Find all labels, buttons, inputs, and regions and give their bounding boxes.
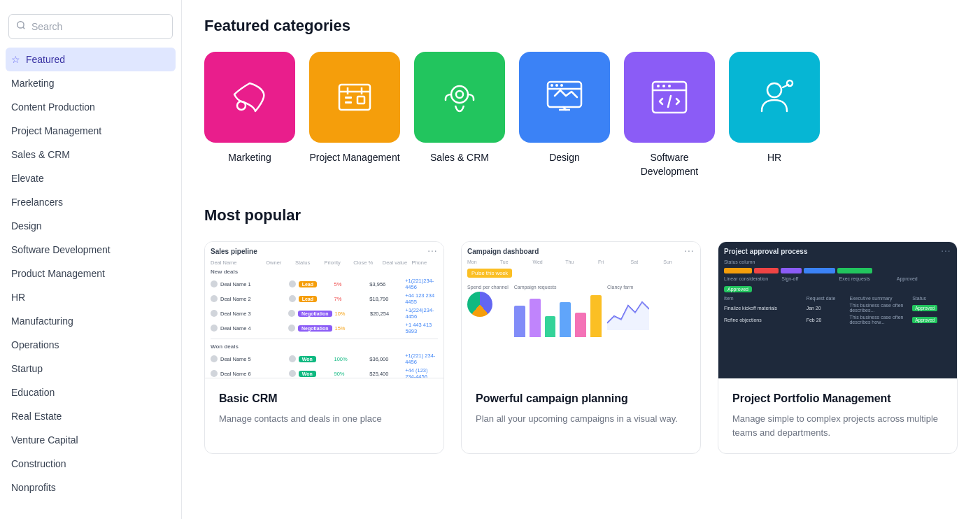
sidebar-item-label: Product Management: [11, 268, 105, 279]
category-icon-project-management: [309, 52, 400, 143]
card-title-crm: Basic CRM: [219, 392, 429, 405]
category-card-sales-crm[interactable]: Sales & CRM: [414, 52, 505, 178]
sidebar-item-label: Manufacturing: [11, 315, 73, 327]
svg-line-23: [668, 96, 671, 107]
sidebar-item-label: Design: [11, 220, 42, 232]
category-label-hr: HR: [767, 151, 781, 165]
svg-point-14: [551, 84, 553, 87]
category-label-marketing: Marketing: [228, 151, 271, 165]
svg-rect-6: [345, 101, 352, 104]
category-card-marketing[interactable]: Marketing: [204, 52, 295, 178]
svg-point-2: [237, 101, 246, 110]
card-body-campaign: Powerful campaign planning Plan all your…: [462, 378, 700, 440]
category-card-design[interactable]: Design: [519, 52, 610, 178]
sidebar-item-label: Nonprofits: [11, 482, 56, 493]
card-campaign[interactable]: Campaign dashboard ··· Mon Tue Wed Thu F…: [461, 241, 701, 454]
sidebar-item-label: Freelancers: [11, 197, 63, 208]
sidebar-item-design[interactable]: Design: [0, 214, 181, 238]
sidebar-item-education[interactable]: Education: [0, 381, 181, 404]
sidebar-item-content-production[interactable]: Content Production: [0, 95, 181, 119]
category-card-software-development[interactable]: Software Development: [624, 52, 715, 178]
category-label-design: Design: [549, 151, 580, 165]
sidebar-item-label: HR: [11, 292, 25, 303]
svg-line-1: [23, 27, 25, 29]
svg-point-16: [560, 84, 563, 87]
card-image-crm: Sales pipeline ··· Deal NameOwnerStatusP…: [205, 242, 443, 378]
card-desc-crm: Manage contacts and deals in one place: [219, 412, 429, 426]
sidebar: ☆FeaturedMarketingContent ProductionProj…: [0, 0, 182, 519]
sidebar-item-manufacturing[interactable]: Manufacturing: [0, 309, 181, 333]
sidebar-item-real-estate[interactable]: Real Estate: [0, 404, 181, 428]
card-body-crm: Basic CRM Manage contacts and deals in o…: [205, 378, 443, 440]
sidebar-item-project-management[interactable]: Project Management: [0, 119, 181, 143]
sidebar-item-nonprofits[interactable]: Nonprofits: [0, 476, 181, 499]
svg-point-0: [17, 22, 24, 28]
card-desc-campaign: Plan all your upcoming campaigns in a vi…: [476, 412, 686, 426]
sidebar-item-label: Education: [11, 387, 55, 398]
sidebar-item-label: Operations: [11, 339, 59, 350]
svg-point-11: [456, 91, 463, 98]
category-label-software-development: Software Development: [624, 151, 715, 178]
category-icon-design: [519, 52, 610, 143]
star-icon: ☆: [11, 54, 20, 65]
sidebar-item-label: Startup: [11, 363, 43, 374]
categories-grid: Marketing Project Management Sales & CRM…: [204, 52, 958, 178]
category-icon-software-development: [624, 52, 715, 143]
card-basic-crm[interactable]: Sales pipeline ··· Deal NameOwnerStatusP…: [204, 241, 444, 454]
sidebar-item-startup[interactable]: Startup: [0, 357, 181, 381]
svg-point-10: [451, 86, 468, 103]
sidebar-item-label: Marketing: [11, 78, 54, 89]
svg-point-22: [668, 85, 671, 87]
sidebar-item-sales-crm[interactable]: Sales & CRM: [0, 143, 181, 166]
sidebar-item-marketing[interactable]: Marketing: [0, 71, 181, 95]
svg-point-21: [662, 85, 665, 87]
popular-grid: Sales pipeline ··· Deal NameOwnerStatusP…: [204, 241, 958, 454]
svg-point-25: [787, 80, 793, 86]
svg-rect-3: [339, 85, 370, 110]
sidebar-item-label: Elevate: [11, 173, 44, 184]
sidebar-item-product-management[interactable]: Product Management: [0, 262, 181, 285]
sidebar-item-hr[interactable]: HR: [0, 285, 181, 309]
svg-point-15: [555, 84, 558, 87]
search-container: [0, 8, 181, 48]
svg-rect-5: [345, 97, 352, 99]
category-label-project-management: Project Management: [309, 151, 399, 165]
sidebar-item-label: Software Development: [11, 244, 111, 255]
sidebar-item-operations[interactable]: Operations: [0, 333, 181, 357]
sidebar-nav: ☆FeaturedMarketingContent ProductionProj…: [0, 48, 181, 499]
category-icon-marketing: [204, 52, 295, 143]
card-title-project: Project Portfolio Management: [732, 392, 943, 405]
search-icon: [16, 20, 26, 33]
sidebar-item-venture-capital[interactable]: Venture Capital: [0, 428, 181, 452]
popular-title: Most popular: [204, 206, 958, 225]
sidebar-item-label: Project Management: [11, 125, 101, 136]
sidebar-item-label: Sales & CRM: [11, 149, 70, 160]
featured-title: Featured categories: [204, 17, 958, 35]
category-icon-hr: [729, 52, 820, 143]
card-project-portfolio[interactable]: Project approval process ··· Status colu…: [718, 241, 958, 454]
category-card-project-management[interactable]: Project Management: [309, 52, 400, 178]
search-box[interactable]: [8, 14, 173, 39]
card-image-project: Project approval process ··· Status colu…: [718, 242, 957, 378]
search-input[interactable]: [31, 21, 165, 32]
sidebar-item-freelancers[interactable]: Freelancers: [0, 190, 181, 214]
sidebar-item-label: Construction: [11, 458, 66, 469]
sidebar-item-label: Featured: [26, 54, 65, 65]
card-image-campaign: Campaign dashboard ··· Mon Tue Wed Thu F…: [462, 242, 700, 378]
sidebar-item-label: Content Production: [11, 101, 95, 113]
category-icon-sales-crm: [414, 52, 505, 143]
sidebar-item-featured[interactable]: ☆Featured: [6, 48, 176, 71]
sidebar-item-label: Real Estate: [11, 411, 62, 422]
main-content: Featured categories Marketing Project Ma…: [182, 0, 980, 519]
card-title-campaign: Powerful campaign planning: [476, 392, 686, 405]
svg-rect-7: [357, 97, 364, 104]
category-card-hr[interactable]: HR: [729, 52, 820, 178]
card-body-project: Project Portfolio Management Manage simp…: [718, 378, 957, 453]
sidebar-item-software-development[interactable]: Software Development: [0, 238, 181, 262]
sidebar-item-label: Venture Capital: [11, 434, 78, 446]
category-label-sales-crm: Sales & CRM: [430, 151, 489, 165]
sidebar-item-construction[interactable]: Construction: [0, 452, 181, 476]
svg-point-24: [767, 83, 781, 97]
sidebar-item-elevate[interactable]: Elevate: [0, 166, 181, 190]
card-desc-project: Manage simple to complex projects across…: [732, 412, 943, 439]
